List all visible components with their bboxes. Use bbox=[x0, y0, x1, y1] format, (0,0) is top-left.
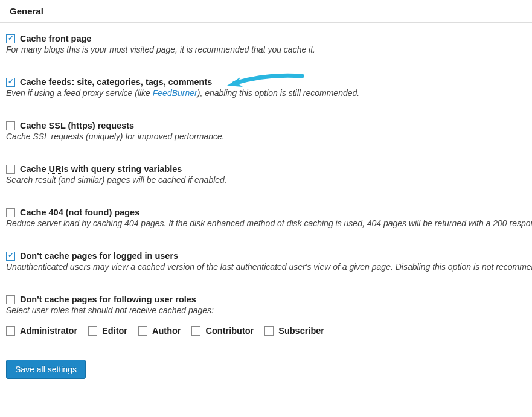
role-label: Editor bbox=[102, 326, 127, 336]
role-label: Author bbox=[152, 326, 181, 336]
checkbox-dont-cache-roles[interactable] bbox=[6, 295, 15, 304]
label-cache-404: Cache 404 (not found) pages bbox=[20, 208, 139, 217]
label-cache-feeds: Cache feeds: site, categories, tags, com… bbox=[20, 77, 212, 87]
section-header: General bbox=[0, 0, 532, 23]
role-label: Contributor bbox=[205, 326, 254, 336]
checkbox-role-author[interactable] bbox=[138, 326, 147, 336]
desc-cache-front-page: For many blogs this is your most visited… bbox=[6, 45, 526, 54]
desc-dont-cache-roles: Select user roles that should not receiv… bbox=[6, 305, 526, 315]
role-list: Administrator Editor Author Contributor … bbox=[6, 326, 526, 336]
option-dont-cache-roles: Don't cache pages for following user rol… bbox=[6, 294, 526, 315]
label-dont-cache-roles: Don't cache pages for following user rol… bbox=[20, 294, 196, 304]
checkbox-role-administrator[interactable] bbox=[6, 326, 15, 336]
checkbox-role-editor[interactable] bbox=[88, 326, 97, 336]
desc-cache-uri: Search result (and similar) pages will b… bbox=[6, 175, 526, 185]
section-title: General bbox=[10, 6, 43, 16]
save-button[interactable]: Save all settings bbox=[6, 360, 86, 379]
feedburner-link[interactable]: FeedBurner bbox=[153, 88, 197, 98]
label-cache-ssl: Cache SSL (https) requests bbox=[20, 121, 134, 130]
label-dont-cache-logged: Don't cache pages for logged in users bbox=[20, 251, 178, 261]
checkbox-cache-404[interactable] bbox=[6, 208, 15, 217]
role-item-author: Author bbox=[138, 326, 181, 336]
checkbox-role-subscriber[interactable] bbox=[264, 326, 274, 336]
checkbox-dont-cache-logged[interactable] bbox=[6, 252, 15, 261]
abbr-uri: URI bbox=[49, 164, 64, 174]
checkbox-cache-uri[interactable] bbox=[6, 165, 15, 174]
role-item-contributor: Contributor bbox=[191, 326, 254, 336]
desc-cache-ssl: Cache SSL requests (uniquely) for improv… bbox=[6, 132, 526, 141]
option-cache-404: Cache 404 (not found) pages Reduce serve… bbox=[6, 208, 526, 228]
desc-cache-feeds-pre: Even if using a feed proxy service (like bbox=[6, 88, 153, 98]
desc-cache-feeds-post: ), enabling this option is still recomme… bbox=[197, 88, 359, 98]
label-cache-uri: Cache URIs with query string variables bbox=[20, 164, 182, 174]
checkbox-cache-front-page[interactable] bbox=[6, 34, 15, 43]
option-cache-front-page: Cache front page For many blogs this is … bbox=[6, 34, 526, 54]
desc-dont-cache-logged: Unauthenticated users may view a cached … bbox=[6, 262, 526, 272]
role-item-subscriber: Subscriber bbox=[264, 326, 324, 336]
abbr-https: https bbox=[71, 121, 92, 130]
role-item-administrator: Administrator bbox=[6, 326, 77, 336]
label-cache-front-page: Cache front page bbox=[20, 34, 91, 43]
option-cache-uri: Cache URIs with query string variables S… bbox=[6, 164, 526, 185]
desc-cache-404: Reduce server load by caching 404 pages.… bbox=[6, 218, 526, 228]
checkbox-cache-ssl[interactable] bbox=[6, 121, 15, 130]
desc-cache-feeds: Even if using a feed proxy service (like… bbox=[6, 88, 526, 98]
option-cache-ssl: Cache SSL (https) requests Cache SSL req… bbox=[6, 121, 526, 141]
abbr-ssl: SSL bbox=[49, 121, 66, 130]
role-label: Administrator bbox=[20, 326, 77, 336]
role-item-editor: Editor bbox=[88, 326, 127, 336]
settings-content: Cache front page For many blogs this is … bbox=[0, 23, 532, 391]
checkbox-cache-feeds[interactable] bbox=[6, 78, 15, 87]
role-label: Subscriber bbox=[278, 326, 324, 336]
checkbox-role-contributor[interactable] bbox=[191, 326, 200, 336]
option-cache-feeds: Cache feeds: site, categories, tags, com… bbox=[6, 77, 526, 98]
option-dont-cache-logged: Don't cache pages for logged in users Un… bbox=[6, 251, 526, 272]
arrow-annotation-icon bbox=[223, 70, 305, 91]
